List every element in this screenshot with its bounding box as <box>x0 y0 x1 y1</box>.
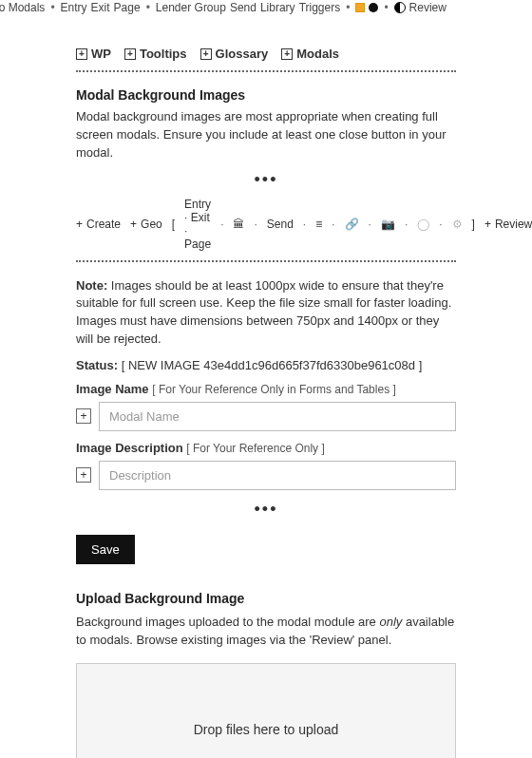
geo-button[interactable]: + Geo <box>130 218 162 231</box>
archive-icon[interactable]: 🏛 <box>233 218 244 231</box>
tab-label: WP <box>91 47 111 61</box>
tab-tooltips[interactable]: + Tooltips <box>124 47 187 61</box>
separator-dot: · <box>405 218 408 231</box>
separator-dot: · <box>369 218 371 231</box>
breadcrumb-item[interactable]: Library <box>260 1 295 14</box>
separator-dot: · <box>439 218 442 231</box>
action-row: + Create + Geo [ Entry · Exit · Page · 🏛… <box>76 198 456 251</box>
separator-dot: • <box>146 1 150 14</box>
contrast-icon[interactable] <box>394 2 406 13</box>
tab-wp[interactable]: + WP <box>76 47 111 61</box>
tab-label: Tooltips <box>140 47 187 61</box>
breadcrumb-item[interactable]: Entry <box>61 1 87 14</box>
bracket-close: ] <box>472 218 475 231</box>
breadcrumb-item[interactable]: Page <box>114 1 141 14</box>
ellipsis-icon[interactable]: ••• <box>76 170 456 190</box>
file-dropzone[interactable]: Drop files here to upload <box>76 663 456 758</box>
plus-icon: + <box>124 48 136 60</box>
tab-row: + WP + Tooltips + Glossary + Modals <box>76 47 456 61</box>
separator-dot: • <box>346 1 350 14</box>
gear-icon[interactable]: ⚙ <box>452 218 463 231</box>
image-desc-row: + <box>76 461 456 490</box>
note-label: Note: <box>76 278 107 293</box>
separator-dot: · <box>332 218 334 231</box>
separator-dot: · <box>254 218 256 231</box>
plus-icon: + <box>76 218 83 231</box>
separator <box>76 70 456 72</box>
tab-modals[interactable]: + Modals <box>281 47 339 61</box>
note-text: Note: Images should be at least 1000px w… <box>76 277 456 349</box>
separator-dot: • <box>384 1 388 14</box>
breadcrumb-item[interactable]: Send <box>230 1 256 14</box>
save-button[interactable]: Save <box>76 535 135 564</box>
label: Create <box>86 218 121 231</box>
status-value: NEW IMAGE 43e4dd1c96d665f37fd6330be961c0… <box>128 358 415 372</box>
expand-icon[interactable]: + <box>76 408 91 424</box>
label: Geo <box>141 218 162 231</box>
note-body: Images should be at least 1000px wide to… <box>76 278 451 347</box>
middle-list: Entry · Exit · Page <box>184 198 211 251</box>
main-content: + WP + Tooltips + Glossary + Modals Moda… <box>0 18 532 758</box>
status-label: Status: <box>76 358 118 372</box>
plus-icon: + <box>76 48 87 60</box>
breadcrumb-item[interactable]: eo Modals <box>0 1 45 14</box>
breadcrumb-item[interactable]: Lender Group <box>156 1 226 14</box>
dark-icon[interactable] <box>369 3 378 12</box>
image-name-label: Image Name [ For Your Reference Only in … <box>76 382 456 396</box>
tab-glossary[interactable]: + Glossary <box>200 47 269 61</box>
bracket-open: [ <box>172 218 175 231</box>
breadcrumb-item[interactable]: Exit <box>91 1 110 14</box>
separator-dot: · <box>303 218 306 231</box>
plus-icon: + <box>130 218 137 231</box>
breadcrumb-item[interactable]: Triggers <box>299 1 341 14</box>
separator-dot: • <box>50 1 54 14</box>
hero-description: Modal background images are most appropr… <box>76 108 456 162</box>
tab-label: Glossary <box>216 47 269 61</box>
breadcrumb-review[interactable]: Review <box>409 1 446 14</box>
ellipsis-icon[interactable]: ••• <box>76 500 456 520</box>
expand-icon[interactable]: + <box>76 467 91 483</box>
top-breadcrumb: eo Modals • Entry Exit Page • Lender Gro… <box>0 0 532 18</box>
edit-icon[interactable] <box>355 3 365 12</box>
link-icon[interactable]: 🔗 <box>345 218 359 231</box>
separator <box>76 260 456 262</box>
upload-title: Upload Background Image <box>76 591 456 606</box>
review-button[interactable]: + Review <box>484 218 532 231</box>
plus-icon: + <box>484 218 491 231</box>
camera-icon[interactable]: 📷 <box>381 218 395 231</box>
image-name-input[interactable] <box>99 402 456 431</box>
create-button[interactable]: + Create <box>76 218 121 231</box>
dropzone-text: Drop files here to upload <box>194 722 339 737</box>
tab-label: Modals <box>296 47 339 61</box>
plus-icon: + <box>281 48 293 60</box>
separator-dot: · <box>220 218 223 231</box>
circle-icon[interactable]: ◯ <box>417 218 429 231</box>
plus-icon: + <box>200 48 212 60</box>
image-desc-input[interactable] <box>99 461 456 490</box>
image-desc-label: Image Description [ For Your Reference O… <box>76 441 456 455</box>
hero-title: Modal Background Images <box>76 87 456 103</box>
label: Review <box>495 218 532 231</box>
status-line: Status: [ NEW IMAGE 43e4dd1c96d665f37fd6… <box>76 358 456 372</box>
send-link[interactable]: Send <box>267 218 294 231</box>
upload-description: Background images uploaded to the modal … <box>76 614 456 650</box>
image-name-row: + <box>76 402 456 431</box>
list-icon[interactable]: ≡ <box>315 218 322 231</box>
